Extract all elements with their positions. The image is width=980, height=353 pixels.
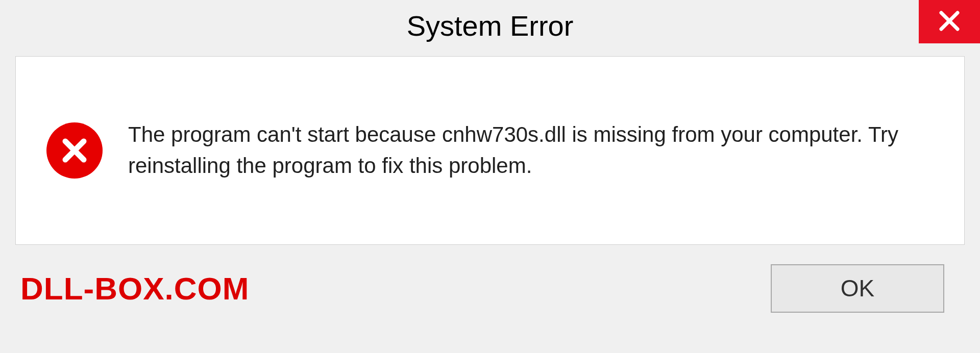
watermark-text: DLL-BOX.COM <box>20 270 249 307</box>
dialog-title: System Error <box>407 9 574 42</box>
close-icon <box>937 9 962 35</box>
footer-bar: DLL-BOX.COM OK <box>15 245 965 332</box>
error-message: The program can't start because cnhw730s… <box>128 119 934 182</box>
error-icon <box>46 122 103 179</box>
content-panel: The program can't start because cnhw730s… <box>15 56 965 245</box>
title-bar: System Error <box>0 0 980 51</box>
close-button[interactable] <box>919 0 980 43</box>
ok-button[interactable]: OK <box>771 264 944 313</box>
error-icon-wrap <box>46 122 103 179</box>
